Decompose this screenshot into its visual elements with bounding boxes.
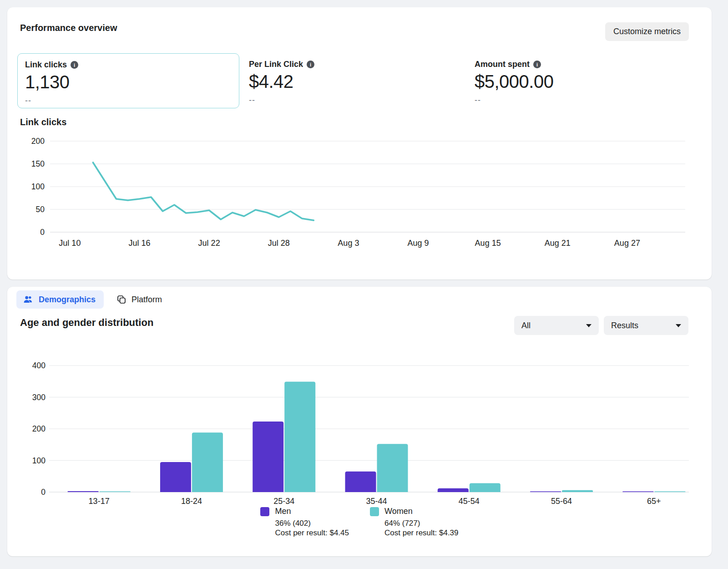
- metric-label-row: Amount spent i: [475, 60, 682, 69]
- bar-women-25-34: [284, 381, 315, 492]
- legend-item-men: Men 36% (402) Cost per result: $4.45: [260, 507, 349, 538]
- women-color-swatch: [370, 507, 379, 516]
- y-tick-label: 200: [32, 424, 46, 433]
- x-tick-label: Jul 22: [198, 239, 220, 248]
- bar-men-18-24: [160, 462, 191, 492]
- info-icon[interactable]: i: [307, 61, 314, 68]
- bar-women-35-44: [377, 444, 408, 492]
- bar-men-35-44: [345, 472, 376, 492]
- y-tick-label: 100: [32, 456, 46, 465]
- tab-label: Platform: [131, 295, 162, 305]
- bar-men-65+: [622, 492, 653, 492]
- x-tick-label: Aug 27: [614, 239, 640, 248]
- bar-women-18-24: [192, 432, 223, 492]
- bar-men-45-54: [438, 488, 469, 492]
- category-label: 35-44: [366, 497, 387, 506]
- y-tick-label: 400: [32, 361, 46, 370]
- line-chart-title: Link clicks: [20, 117, 66, 127]
- metric-delta: --: [249, 96, 456, 105]
- legend-share: 64% (727): [384, 518, 459, 528]
- legend-cost: Cost per result: $4.39: [384, 528, 459, 538]
- tab-label: Demographics: [39, 295, 96, 305]
- category-label: 13-17: [89, 497, 110, 506]
- category-label: 65+: [647, 497, 661, 506]
- legend-text-block: Men 36% (402) Cost per result: $4.45: [275, 507, 349, 538]
- metric-label-row: Per Link Click i: [249, 60, 456, 69]
- x-tick-label: Aug 15: [475, 239, 501, 248]
- dropdown-value: Results: [611, 321, 638, 330]
- bar-women-55-64: [562, 490, 593, 492]
- bar-women-13-17: [100, 492, 131, 492]
- people-icon: [23, 294, 34, 305]
- category-label: 25-34: [273, 497, 294, 506]
- x-tick-label: Jul 10: [59, 239, 81, 248]
- x-tick-label: Aug 9: [407, 239, 429, 248]
- bar-women-65+: [654, 492, 685, 492]
- x-tick-label: Jul 28: [268, 239, 290, 248]
- y-tick-label: 200: [31, 137, 45, 146]
- metric-delta: --: [25, 96, 232, 106]
- legend-cost: Cost per result: $4.45: [275, 528, 349, 538]
- legend-text-block: Women 64% (727) Cost per result: $4.39: [384, 507, 459, 538]
- metric-card-link-clicks[interactable]: Link clicks i 1,130 --: [17, 53, 239, 108]
- category-label: 18-24: [181, 497, 202, 506]
- metric-value: $4.42: [249, 71, 456, 92]
- age-gender-bar-chart: 010020030040013-1718-2425-3435-4445-5455…: [20, 353, 689, 508]
- bar-men-25-34: [253, 422, 283, 492]
- men-color-swatch: [260, 507, 269, 516]
- legend-item-women: Women 64% (727) Cost per result: $4.39: [370, 507, 459, 538]
- x-tick-label: Aug 21: [545, 239, 571, 248]
- info-icon[interactable]: i: [533, 61, 541, 68]
- link-clicks-line-chart: 050100150200Jul 10Jul 16Jul 22Jul 28Aug …: [20, 135, 689, 249]
- metric-card-per-link-click[interactable]: Per Link Click i $4.42 --: [242, 53, 464, 108]
- y-tick-label: 100: [31, 182, 45, 191]
- metric-value: $5,000.00: [475, 71, 682, 92]
- x-tick-label: Jul 16: [128, 239, 150, 248]
- breakdown-card: Demographics Platform Age and gender dis…: [7, 287, 712, 556]
- customize-metrics-button[interactable]: Customize metrics: [605, 22, 689, 41]
- performance-overview-card: Performance overview Customize metrics L…: [7, 7, 712, 279]
- metric-card-amount-spent[interactable]: Amount spent i $5,000.00 --: [467, 53, 689, 108]
- legend-share: 36% (402): [275, 518, 349, 528]
- dropdown-value: All: [521, 321, 531, 330]
- category-label: 45-54: [459, 497, 480, 506]
- metric-filter-dropdown[interactable]: Results: [604, 316, 688, 335]
- category-label: 55-64: [551, 497, 572, 506]
- legend-name: Women: [384, 507, 459, 516]
- metric-value: 1,130: [25, 71, 232, 92]
- y-tick-label: 0: [41, 488, 46, 497]
- breakdown-tabs: Demographics Platform: [16, 290, 165, 309]
- bar-women-45-54: [470, 483, 500, 492]
- chevron-down-icon: [586, 324, 592, 327]
- tab-demographics[interactable]: Demographics: [16, 290, 104, 309]
- info-icon[interactable]: i: [71, 61, 78, 69]
- metric-label: Amount spent: [475, 60, 530, 69]
- bar-men-13-17: [68, 491, 99, 492]
- breakdown-filter-dropdown[interactable]: All: [514, 316, 599, 335]
- performance-overview-title: Performance overview: [20, 23, 117, 33]
- tab-platform[interactable]: Platform: [114, 290, 165, 309]
- chevron-down-icon: [676, 324, 681, 327]
- metric-label: Per Link Click: [249, 60, 303, 69]
- y-tick-label: 50: [36, 205, 45, 214]
- age-gender-title: Age and gender distribution: [20, 317, 153, 329]
- metric-label: Link clicks: [25, 60, 67, 70]
- ads-performance-page: Performance overview Customize metrics L…: [0, 0, 728, 569]
- y-tick-label: 300: [32, 393, 46, 402]
- legend-name: Men: [275, 507, 349, 516]
- y-tick-label: 0: [40, 228, 45, 237]
- link-clicks-line: [93, 163, 313, 220]
- chart-legend: Men 36% (402) Cost per result: $4.45 Wom…: [7, 507, 712, 538]
- y-tick-label: 150: [31, 159, 45, 168]
- metric-label-row: Link clicks i: [25, 60, 232, 70]
- bar-men-55-64: [530, 492, 561, 492]
- platform-icon: [116, 295, 126, 305]
- x-tick-label: Aug 3: [338, 239, 359, 248]
- metric-delta: --: [475, 96, 682, 105]
